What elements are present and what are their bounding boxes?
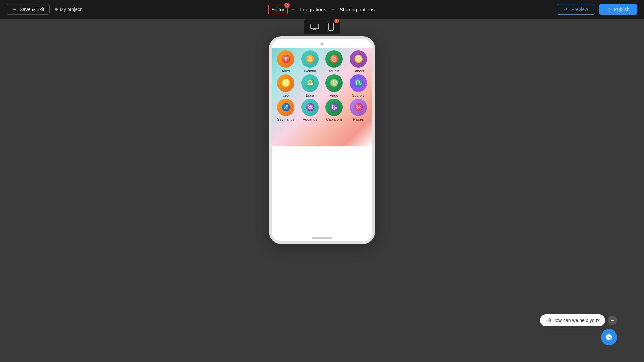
minus-icon: − — [611, 318, 614, 323]
pisces-label: Pisces — [353, 117, 364, 121]
tab-editor[interactable]: Editor 2 — [268, 5, 288, 14]
messenger-icon — [605, 334, 613, 341]
aries-symbol: ♈ — [281, 55, 290, 63]
capricorn-symbol: ♑ — [330, 103, 339, 112]
zodiac-aries[interactable]: ♈ Aries — [274, 50, 297, 73]
editor-badge: 2 — [284, 3, 290, 8]
libra-label: Libra — [306, 93, 314, 97]
gemini-symbol: ♊ — [306, 55, 315, 63]
capricorn-label: Capricorn — [326, 117, 342, 121]
zodiac-background: ♈ Aries ♊ Gemini ♉ Taurus — [272, 48, 372, 146]
save-exit-button[interactable]: ← Save & Exit — [7, 4, 50, 15]
pisces-circle: ♓ — [350, 99, 367, 116]
tab-integrations[interactable]: Integrations — [299, 5, 327, 14]
gemini-label: Gemini — [304, 69, 316, 73]
phone-home-indicator — [312, 237, 332, 239]
chat-open-button[interactable] — [601, 329, 617, 345]
eye-icon: 👁 — [564, 7, 569, 12]
capricorn-circle: ♑ — [325, 99, 343, 116]
preview-label: Preview — [571, 7, 588, 12]
chat-icon-row — [601, 329, 617, 345]
desktop-icon — [310, 24, 319, 30]
preview-button[interactable]: 👁 Preview — [557, 4, 595, 15]
scorpio-circle: ♏ — [350, 74, 367, 92]
nav-center-tabs: Editor 2 → Integrations → Sharing option… — [268, 5, 376, 14]
chat-message-text: Hi! How can we help you? — [545, 318, 600, 323]
chat-minimize-button[interactable]: − — [608, 316, 617, 325]
leo-circle: ♌ — [277, 74, 294, 92]
taurus-symbol: ♉ — [330, 55, 339, 63]
arrow-left-icon: ← — [12, 7, 17, 12]
taurus-circle: ♉ — [325, 50, 343, 68]
zodiac-aquarius[interactable]: ♒ Aquarius — [299, 99, 321, 121]
mobile-icon — [328, 23, 334, 31]
sagittarius-symbol: ♐ — [281, 103, 290, 112]
tab-sharing[interactable]: Sharing options — [338, 5, 376, 14]
desktop-view-button[interactable] — [308, 22, 322, 31]
leo-symbol: ♌ — [281, 79, 290, 87]
tab-sharing-label: Sharing options — [340, 7, 375, 12]
scorpio-symbol: ♏ — [354, 79, 363, 87]
aries-circle: ♈ — [277, 50, 294, 68]
zodiac-capricorn[interactable]: ♑ Capricorn — [323, 99, 345, 121]
tab-editor-label: Editor — [271, 7, 284, 12]
tab-integrations-label: Integrations — [300, 7, 326, 12]
cancer-symbol: ♋ — [354, 55, 363, 63]
project-name-label: My project — [60, 7, 82, 12]
zodiac-libra[interactable]: ♎ Libra — [299, 74, 321, 97]
pisces-symbol: ♓ — [354, 103, 363, 112]
top-navigation: ← Save & Exit My project Editor 2 → Inte… — [0, 0, 644, 19]
zodiac-leo[interactable]: ♌ Leo — [274, 74, 297, 97]
publish-label: Publish — [614, 7, 629, 12]
mobile-badge: 1 — [334, 19, 339, 23]
zodiac-row-3: ♐ Sagittarius ♒ Aquarius ♑ — [274, 99, 370, 121]
zodiac-gemini[interactable]: ♊ Gemini — [299, 50, 321, 73]
check-icon: ✓ — [607, 7, 611, 12]
mobile-view-wrapper: 1 — [326, 21, 336, 32]
phone-content-area — [272, 146, 372, 227]
svg-rect-0 — [311, 24, 319, 29]
phone-screen: ♈ Aries ♊ Gemini ♉ Taurus — [272, 48, 372, 235]
arrow-icon-1: → — [290, 6, 296, 12]
view-toggle-bar: 1 — [304, 19, 340, 34]
aquarius-label: Aquarius — [303, 117, 317, 121]
save-exit-label: Save & Exit — [20, 7, 44, 12]
cancer-label: Cancer — [352, 69, 364, 73]
cancer-circle: ♋ — [350, 50, 367, 68]
taurus-label: Taurus — [328, 69, 339, 73]
phone-mockup: ♈ Aries ♊ Gemini ♉ Taurus — [269, 36, 375, 244]
chat-row: Hi! How can we help you? − — [540, 314, 617, 326]
virgo-label: Virgo — [330, 93, 338, 97]
gemini-circle: ♊ — [301, 50, 319, 68]
leo-label: Leo — [283, 93, 289, 97]
virgo-symbol: ♍ — [330, 79, 339, 87]
project-dot-icon — [55, 8, 58, 11]
virgo-circle: ♍ — [325, 74, 343, 92]
nav-right: 👁 Preview ✓ Publish — [557, 4, 637, 15]
libra-symbol: ♎ — [306, 79, 315, 87]
phone-container: ♈ Aries ♊ Gemini ♉ Taurus — [269, 36, 375, 244]
aquarius-symbol: ♒ — [306, 103, 315, 112]
svg-point-4 — [331, 29, 331, 30]
zodiac-taurus[interactable]: ♉ Taurus — [323, 50, 345, 73]
scorpio-label: Scorpio — [352, 93, 364, 97]
zodiac-scorpio[interactable]: ♏ Scorpio — [347, 74, 370, 97]
libra-circle: ♎ — [301, 74, 319, 92]
aquarius-circle: ♒ — [301, 99, 319, 116]
zodiac-cancer[interactable]: ♋ Cancer — [347, 50, 370, 73]
mobile-view-button[interactable] — [326, 21, 336, 32]
publish-button[interactable]: ✓ Publish — [599, 4, 637, 15]
zodiac-pisces[interactable]: ♓ Pisces — [347, 99, 370, 121]
project-name: My project — [55, 7, 82, 12]
phone-camera — [320, 42, 324, 46]
chat-widget: Hi! How can we help you? − — [540, 314, 617, 345]
arrow-icon-2: → — [330, 6, 336, 12]
aries-label: Aries — [281, 69, 290, 73]
nav-left: ← Save & Exit My project — [7, 4, 82, 15]
chat-message-bubble: Hi! How can we help you? — [540, 314, 605, 326]
sagittarius-circle: ♐ — [277, 99, 294, 116]
zodiac-sagittarius[interactable]: ♐ Sagittarius — [274, 99, 297, 121]
zodiac-row-1: ♈ Aries ♊ Gemini ♉ Taurus — [274, 50, 370, 73]
zodiac-virgo[interactable]: ♍ Virgo — [323, 74, 345, 97]
zodiac-row-2: ♌ Leo ♎ Libra ♍ Virgo — [274, 74, 370, 97]
